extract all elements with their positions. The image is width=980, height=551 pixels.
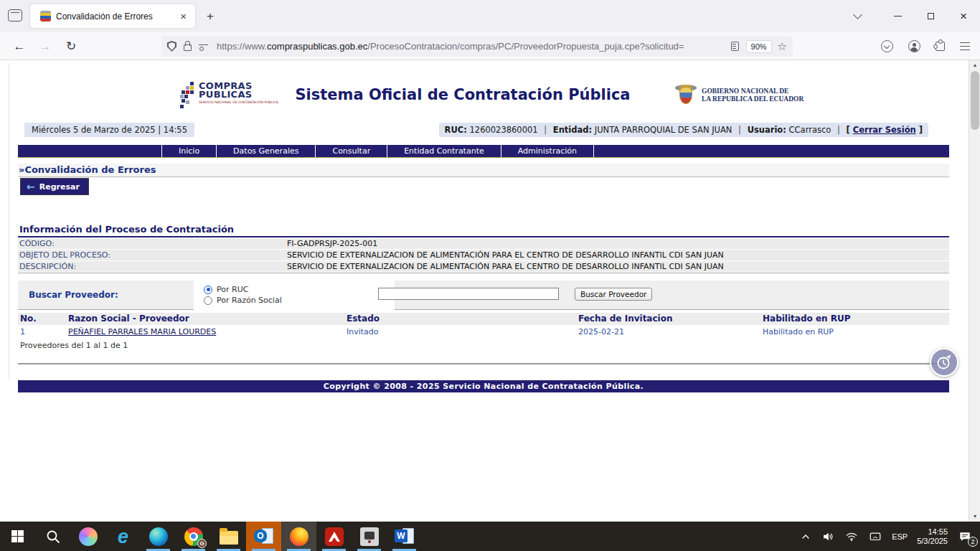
browser-tab[interactable]: Convalidación de Errores × [30,4,195,28]
permissions-icon[interactable] [199,43,209,50]
start-button[interactable] [0,522,35,551]
section-underline [18,236,949,237]
nav-item-datos-generales[interactable]: Datos Generales [217,145,316,157]
extensions-icon[interactable] [936,42,945,51]
gov-line1: GOBIERNO NACIONAL DE [702,88,804,95]
zoom-indicator[interactable]: 90% [746,40,772,53]
row-rup: Habilitado en RUP [763,326,834,338]
process-info-title: Información del Proceso de Contratación [19,224,234,235]
new-tab-button[interactable]: + [201,7,220,26]
firefox-view-icon[interactable] [8,9,22,22]
usuario-label: Usuario: [748,125,786,135]
volume-icon[interactable] [821,530,835,543]
back-button[interactable]: ← [9,37,30,57]
word-icon: W [395,527,414,545]
menu-icon[interactable] [960,42,970,51]
radio-por-ruc[interactable] [204,286,212,294]
logout-close: ] [916,125,923,135]
nav-item-inicio[interactable]: Inicio [161,145,217,157]
provider-link[interactable]: PEÑAFIEL PARRALES MARIA LOURDES [68,326,216,338]
tab-list-chevron-icon[interactable] [853,10,862,19]
search-input[interactable] [378,288,559,300]
breadcrumb: »Convalidación de Errores [18,164,949,177]
entidad-value: JUNTA PARROQUIAL DE SAN JUAN [595,125,732,135]
row-no: 1 [20,326,25,338]
web-page: COMPRAS PUBLICAS SERVICIO NACIONAL DE CO… [0,60,969,522]
datetime-label: Miércoles 5 de Marzo de 2025 | 14:55 [24,123,194,137]
taskbar-search-button[interactable] [35,522,70,551]
logout-link[interactable]: Cerrar Sesión [853,125,916,135]
tray-chevron-up-icon[interactable] [800,531,811,542]
minimize-button[interactable] [881,0,914,32]
pocket-icon[interactable] [881,40,893,52]
radio-por-razon-social[interactable] [204,296,212,305]
url-bar[interactable]: https://www.compraspublicas.gob.ec/Proce… [161,36,793,57]
lock-icon[interactable] [184,44,192,51]
notification-badge: 2 [968,537,978,547]
bookmark-star-icon[interactable]: ☆ [778,40,787,53]
taskbar-file-explorer-button[interactable] [211,522,246,551]
clock[interactable]: 14:55 5/3/2025 [917,527,948,546]
window-close-button[interactable]: × [947,0,980,32]
providers-table-header: No. Razon Social - Proveedor Estado Fech… [18,313,949,325]
header-estado: Estado [347,313,380,325]
table-row: OBJETO DEL PROCESO: SERVICIO DE EXTERNAL… [18,250,949,260]
acrobat-icon [325,527,344,546]
ecuador-coat-of-arms-icon [675,82,697,109]
taskbar-word-button[interactable]: W [387,522,422,551]
site-favicon-icon [40,11,51,22]
clock-icon [936,354,953,371]
scroll-down-icon[interactable]: ▼ [969,512,980,522]
buscar-proveedor-button[interactable]: Buscar Proveedor [575,288,652,301]
browser-tab-bar: Convalidación de Errores × + × [0,0,980,32]
internet-explorer-icon: e [118,527,128,546]
taskbar-edge-button[interactable] [141,522,176,551]
reader-mode-icon[interactable] [731,42,739,51]
account-icon[interactable] [908,40,920,52]
screen: Convalidación de Errores × + × ← → ↻ htt… [0,0,980,551]
edge-icon [149,527,168,546]
regresar-button[interactable]: ← Regresar [20,178,89,195]
taskbar-internet-explorer-button[interactable]: e [105,522,141,551]
connect-display-icon[interactable] [868,530,882,543]
table-row: CÓDIGO: FI-GADPRSJP-2025-001 [18,238,949,249]
radio-por-razon-social-label: Por Razón Social [217,296,282,305]
tray-date: 5/3/2025 [917,537,948,546]
tab-close-icon[interactable]: × [177,10,189,22]
tracking-shield-icon[interactable] [167,41,176,52]
vertical-scrollbar[interactable]: ▲ ▼ [969,60,980,522]
pagination-text: Proveedores del 1 al 1 de 1 [20,341,128,350]
taskbar-chrome-button[interactable]: G [176,522,211,551]
wifi-icon[interactable] [844,530,859,543]
system-tray: ESP 14:55 5/3/2025 2 [800,522,980,551]
nav-item-administracion[interactable]: Administración [501,145,594,157]
taskbar-media-app-button[interactable] [352,522,387,551]
nav-item-entidad-contratante[interactable]: Entidad Contratante [387,145,501,157]
file-explorer-icon [220,531,238,545]
nav-item-consultar[interactable]: Consultar [316,145,387,157]
government-logo: GOBIERNO NACIONAL DE LA REPUBLICA DEL EC… [675,82,804,109]
taskbar-outlook-button[interactable]: O [246,522,281,551]
header-no: No. [20,313,37,325]
restore-button[interactable] [914,0,947,32]
row-estado: Invitado [347,326,379,338]
scroll-up-icon[interactable]: ▲ [969,60,980,70]
reload-button[interactable]: ↻ [60,37,82,57]
language-indicator[interactable]: ESP [892,532,908,541]
table-row: DESCRIPCIÓN: SERVICIO DE EXTERNALIZACION… [18,261,949,272]
page-title: Sistema Oficial de Contratación Pública [273,86,653,103]
floating-clock-widget[interactable] [930,348,958,377]
url-text[interactable]: https://www.compraspublicas.gob.ec/Proce… [217,41,724,52]
media-app-icon [360,527,379,546]
descripcion-value: SERVICIO DE EXTERNALIZACION DE ALIMENTAC… [287,261,724,272]
ruc-value: 1260023860001 [470,125,538,135]
regresar-label: Regresar [39,182,80,192]
taskbar-acrobat-button[interactable] [316,522,352,551]
taskbar-copilot-button[interactable] [70,522,105,551]
notification-center-button[interactable]: 2 [957,529,973,544]
taskbar-firefox-button[interactable] [281,522,316,551]
scrollbar-thumb[interactable] [971,71,979,130]
url-domain: compraspublicas.gob.ec [267,41,367,52]
table-row: 1 PEÑAFIEL PARRALES MARIA LOURDES Invita… [18,326,949,338]
tab-title: Convalidación de Errores [56,11,177,22]
